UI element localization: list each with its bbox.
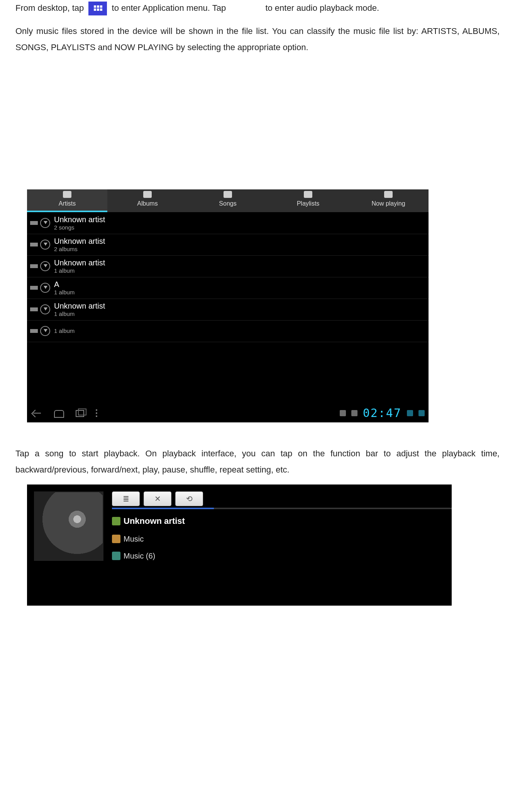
- shuffle-button[interactable]: ✕: [144, 491, 171, 506]
- list-item[interactable]: Unknown artist 1 album: [27, 256, 429, 277]
- artist-title: Unknown artist: [54, 258, 105, 267]
- intro-text-1: From desktop, tap: [15, 3, 84, 13]
- recent-apps-button[interactable]: [74, 409, 86, 418]
- battery-icon: [418, 410, 425, 416]
- expand-icon[interactable]: [40, 218, 50, 228]
- tab-label: Albums: [137, 200, 158, 207]
- artist-sub: 2 songs: [54, 224, 105, 231]
- expand-icon[interactable]: [40, 304, 50, 314]
- artist-sub: 1 album: [54, 267, 105, 274]
- tab-label: Playlists: [297, 200, 320, 207]
- nowplaying-track: Music (6): [124, 549, 155, 563]
- wifi-icon: [407, 410, 413, 416]
- tab-songs[interactable]: Songs: [188, 189, 268, 212]
- nowplaying-album: Music: [124, 532, 144, 546]
- expand-icon[interactable]: [40, 240, 50, 250]
- tab-now-playing[interactable]: Now playing: [348, 189, 429, 212]
- queue-button[interactable]: ≣: [112, 491, 140, 506]
- nowplaying-indicator-icon: [30, 243, 38, 246]
- artist-sub: 1 album: [54, 289, 75, 296]
- now-playing-icon: [384, 191, 393, 198]
- tab-label: Artists: [59, 200, 76, 207]
- artist-title: A: [54, 280, 75, 289]
- album-badge-icon: [112, 535, 120, 543]
- nowplaying-indicator-icon: [30, 286, 38, 290]
- nowplaying-indicator-icon: [30, 307, 38, 311]
- debug-icon: [351, 410, 357, 416]
- tab-artists[interactable]: Artists: [27, 189, 107, 212]
- intro-paragraph-1: From desktop, tap to enter Application m…: [15, 0, 500, 16]
- tab-albums[interactable]: Albums: [107, 189, 188, 212]
- artists-icon: [63, 191, 71, 198]
- progress-bar[interactable]: [112, 508, 452, 509]
- back-button[interactable]: [31, 409, 42, 418]
- home-button[interactable]: [53, 409, 64, 418]
- artist-badge-icon: [112, 517, 120, 525]
- list-item[interactable]: 1 album: [27, 321, 429, 342]
- system-navbar: 02:47: [27, 404, 429, 422]
- repeat-button[interactable]: ⟲: [175, 491, 203, 506]
- status-clock: 02:47: [363, 402, 401, 424]
- track-badge-icon: [112, 552, 120, 560]
- artist-title: Unknown artist: [54, 236, 105, 246]
- nowplaying-artist: Unknown artist: [124, 513, 185, 529]
- app-menu-icon: [88, 2, 107, 15]
- tab-playlists[interactable]: Playlists: [268, 189, 348, 212]
- usb-icon: [340, 410, 346, 416]
- album-art: [34, 491, 103, 561]
- nowplaying-indicator-icon: [30, 221, 38, 225]
- tab-label: Now playing: [371, 200, 405, 207]
- artist-list: Unknown artist 2 songs Unknown artist 2 …: [27, 213, 429, 404]
- playback-paragraph: Tap a song to start playback. On playbac…: [15, 446, 500, 478]
- list-item[interactable]: Unknown artist 2 songs: [27, 213, 429, 234]
- music-library-screenshot: Artists Albums Songs Playlists Now playi…: [27, 189, 429, 422]
- list-item[interactable]: Unknown artist 2 albums: [27, 234, 429, 256]
- tab-label: Songs: [219, 200, 236, 207]
- expand-icon[interactable]: [40, 326, 50, 336]
- list-item[interactable]: A 1 album: [27, 277, 429, 299]
- intro-text-3: to enter audio playback mode.: [265, 3, 379, 13]
- expand-icon[interactable]: [40, 261, 50, 271]
- artist-title: Unknown artist: [54, 215, 105, 224]
- artist-sub: 1 album: [54, 328, 75, 334]
- artist-sub: 2 albums: [54, 246, 105, 253]
- playlists-icon: [304, 191, 312, 198]
- nowplaying-indicator-icon: [30, 329, 38, 333]
- nowplaying-indicator-icon: [30, 264, 38, 268]
- library-tabs: Artists Albums Songs Playlists Now playi…: [27, 189, 429, 212]
- list-item[interactable]: Unknown artist 1 album: [27, 299, 429, 321]
- intro-paragraph-2: Only music files stored in the device wi…: [15, 23, 500, 56]
- now-playing-screenshot: ≣ ✕ ⟲ Unknown artist Music Music (6): [27, 484, 452, 606]
- menu-button[interactable]: [96, 409, 107, 418]
- artist-sub: 1 album: [54, 311, 105, 317]
- intro-text-2: to enter Application menu. Tap: [112, 3, 226, 13]
- albums-icon: [143, 191, 152, 198]
- songs-icon: [224, 191, 232, 198]
- expand-icon[interactable]: [40, 283, 50, 293]
- artist-title: Unknown artist: [54, 301, 105, 311]
